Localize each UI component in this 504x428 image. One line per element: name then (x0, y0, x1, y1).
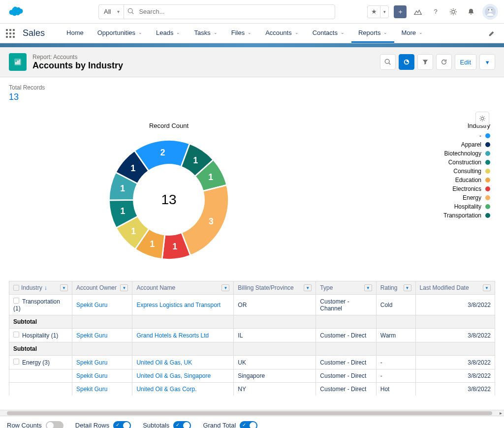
nav-tab-contacts[interactable]: Contacts⌄ (306, 24, 351, 43)
account-name-link[interactable]: United Oil & Gas, UK (136, 359, 192, 366)
legend-item[interactable]: Hospitality (443, 203, 490, 210)
chevron-down-icon[interactable]: ⌄ (176, 30, 180, 35)
user-avatar[interactable] (482, 4, 498, 20)
filter-button[interactable] (417, 54, 433, 70)
column-menu-icon[interactable]: ▼ (60, 284, 68, 291)
row-checkbox[interactable] (13, 298, 19, 304)
notifications-bell-icon[interactable] (465, 5, 477, 18)
chevron-down-icon[interactable]: ⌄ (383, 30, 387, 35)
svg-text:1: 1 (121, 206, 126, 216)
detail-rows-label: Detail Rows (75, 422, 109, 428)
app-launcher-icon[interactable] (6, 29, 15, 38)
more-actions-dropdown[interactable]: ▾ (479, 54, 495, 70)
chevron-down-icon[interactable]: ⌄ (419, 30, 423, 35)
report-table: Industry↓▼Account Owner▼Account Name▼Bil… (9, 281, 495, 396)
subtotal-row: Subtotal (9, 315, 495, 329)
account-owner-link[interactable]: Spekit Guru (76, 386, 107, 393)
svg-text:1: 1 (193, 155, 198, 165)
svg-text:1: 1 (130, 163, 135, 173)
chart-settings-gear-icon[interactable] (475, 112, 489, 125)
search-scope-selector[interactable]: All (98, 4, 124, 19)
account-owner-link[interactable]: Spekit Guru (76, 332, 107, 339)
grand-total-toggle[interactable]: ✓ (240, 421, 257, 428)
chevron-down-icon[interactable]: ⌄ (138, 30, 142, 35)
legend-item[interactable]: Construction (443, 159, 490, 166)
theme-ribbon (0, 43, 504, 47)
chart-legend: Industry -ApparelBiotechnologyConstructi… (443, 122, 490, 266)
toggle-chart-button[interactable] (399, 54, 414, 70)
account-name-link[interactable]: Express Logistics and Transport (136, 302, 220, 308)
column-header[interactable]: Billing State/Province▼ (234, 281, 316, 295)
sort-arrow-icon: ↓ (44, 284, 47, 291)
column-header[interactable]: Last Modified Date▼ (415, 281, 495, 295)
chevron-down-icon[interactable]: ⌄ (295, 30, 299, 35)
detail-rows-toggle[interactable]: ✓ (113, 421, 131, 428)
total-records-label: Total Records (9, 84, 495, 91)
legend-item[interactable]: Transportation (443, 212, 490, 219)
chevron-down-icon[interactable]: ⌄ (248, 30, 252, 35)
legend-item[interactable]: Energy (443, 194, 490, 201)
row-checkbox[interactable] (13, 332, 19, 337)
nav-tab-reports[interactable]: Reports⌄ (351, 24, 395, 43)
favorites-dropdown-icon[interactable]: ▾ (380, 5, 389, 18)
nav-tab-tasks[interactable]: Tasks⌄ (187, 24, 224, 43)
svg-point-0 (128, 8, 133, 13)
svg-text:2: 2 (160, 148, 165, 157)
help-icon[interactable]: ? (429, 5, 442, 18)
nav-tab-files[interactable]: Files⌄ (224, 24, 258, 43)
select-all-checkbox[interactable] (13, 285, 19, 291)
nav-tab-leads[interactable]: Leads⌄ (149, 24, 187, 43)
column-menu-icon[interactable]: ▼ (221, 284, 229, 291)
setup-gear-icon[interactable] (447, 5, 460, 18)
row-checkbox[interactable] (13, 359, 19, 365)
chevron-down-icon[interactable]: ⌄ (214, 30, 218, 35)
column-menu-icon[interactable]: ▼ (483, 284, 491, 291)
legend-item[interactable]: Biotechnology (443, 150, 490, 157)
svg-line-12 (389, 63, 390, 64)
refresh-button[interactable] (436, 54, 452, 70)
nav-tab-accounts[interactable]: Accounts⌄ (258, 24, 305, 43)
svg-text:1: 1 (150, 239, 155, 249)
report-type-icon (9, 53, 27, 71)
chevron-down-icon[interactable]: ⌄ (341, 30, 345, 35)
column-menu-icon[interactable]: ▼ (120, 284, 128, 291)
svg-text:1: 1 (120, 183, 125, 193)
column-menu-icon[interactable]: ▼ (364, 284, 372, 291)
horizontal-scrollbar[interactable]: ▸ (0, 410, 504, 416)
search-in-report-button[interactable] (380, 54, 396, 70)
favorites-star-icon[interactable]: ★ (367, 5, 380, 18)
account-owner-link[interactable]: Spekit Guru (76, 372, 107, 379)
column-header[interactable]: Type▼ (316, 281, 376, 295)
legend-item[interactable]: Education (443, 177, 490, 183)
row-counts-toggle[interactable]: ✓ (46, 421, 63, 428)
column-header[interactable]: Industry↓▼ (9, 281, 72, 295)
legend-item[interactable]: Electronics (443, 185, 490, 192)
legend-item[interactable]: Consulting (443, 168, 490, 175)
svg-point-11 (385, 59, 389, 63)
donut-chart[interactable]: 2113111111 13 (102, 133, 235, 266)
add-icon[interactable]: ＋ (394, 5, 407, 18)
column-menu-icon[interactable]: ▼ (304, 284, 312, 291)
legend-item[interactable]: - (443, 132, 490, 139)
account-owner-link[interactable]: Spekit Guru (76, 302, 107, 308)
donut-segment[interactable] (182, 185, 229, 255)
account-name-link[interactable]: Grand Hotels & Resorts Ltd (136, 332, 209, 339)
subtotals-toggle[interactable]: ✓ (173, 421, 191, 428)
nav-tab-more[interactable]: More⌄ (394, 24, 430, 43)
svg-rect-8 (15, 62, 17, 64)
nav-tab-home[interactable]: Home (60, 24, 91, 43)
svg-text:3: 3 (209, 216, 214, 226)
edit-button[interactable]: Edit (455, 54, 476, 70)
column-menu-icon[interactable]: ▼ (404, 284, 411, 291)
global-search-input[interactable] (124, 4, 335, 19)
legend-item[interactable]: Apparel (443, 141, 490, 148)
account-name-link[interactable]: United Oil & Gas, Singapore (136, 372, 211, 379)
trailhead-icon[interactable] (411, 5, 424, 18)
account-name-link[interactable]: United Oil & Gas Corp. (136, 386, 196, 393)
edit-pencil-icon[interactable] (485, 27, 498, 40)
column-header[interactable]: Account Owner▼ (72, 281, 132, 295)
nav-tab-opportunities[interactable]: Opportunities⌄ (91, 24, 149, 43)
column-header[interactable]: Rating▼ (376, 281, 415, 295)
account-owner-link[interactable]: Spekit Guru (76, 359, 107, 366)
column-header[interactable]: Account Name▼ (132, 281, 234, 295)
